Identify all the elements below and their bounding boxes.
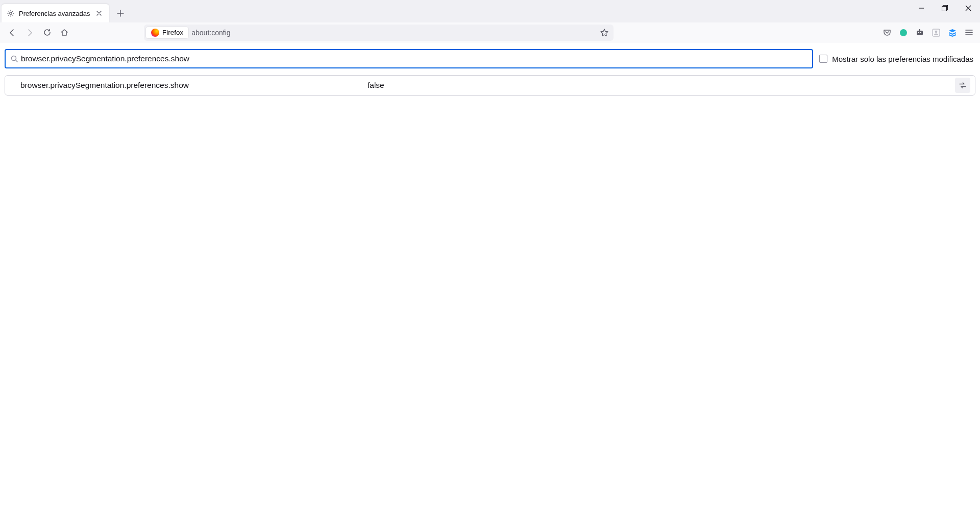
home-icon (60, 28, 69, 37)
tab-title: Preferencias avanzadas (19, 10, 90, 17)
svg-rect-7 (919, 29, 920, 31)
search-input[interactable] (21, 54, 809, 63)
gear-icon (7, 9, 15, 17)
extension-icon-green[interactable] (896, 26, 911, 40)
window-controls (910, 0, 980, 22)
reload-button[interactable] (39, 25, 55, 41)
home-button[interactable] (56, 25, 72, 41)
reload-icon (43, 28, 52, 37)
pocket-button[interactable] (880, 26, 894, 40)
tab-close-button[interactable] (94, 8, 104, 18)
minimize-button[interactable] (910, 0, 933, 16)
pref-value: false (368, 81, 955, 90)
nav-toolbar: Firefox about:config (0, 22, 980, 43)
toggle-arrows-icon (958, 81, 967, 90)
identity-label: Firefox (162, 29, 183, 36)
search-field-wrapper[interactable] (5, 49, 813, 68)
circle-green-icon (899, 28, 908, 37)
identity-box[interactable]: Firefox (146, 27, 188, 38)
account-button[interactable] (929, 26, 943, 40)
pref-table: browser.privacySegmentation.preferences.… (5, 75, 975, 96)
search-row: Mostrar solo las preferencias modificada… (5, 49, 975, 68)
extension-icon-robot[interactable] (913, 26, 927, 40)
pref-name: browser.privacySegmentation.preferences.… (20, 81, 368, 90)
star-icon (600, 28, 609, 37)
toggle-pref-button[interactable] (955, 78, 970, 93)
hamburger-icon (965, 28, 973, 37)
browser-tab[interactable]: Preferencias avanzadas (2, 4, 109, 22)
arrow-right-icon (25, 28, 34, 37)
close-icon (96, 10, 102, 16)
firefox-logo-icon (151, 29, 159, 37)
robot-icon (915, 28, 924, 37)
filter-label: Mostrar solo las preferencias modificada… (832, 55, 973, 63)
svg-rect-4 (917, 31, 923, 35)
bookmark-button[interactable] (597, 26, 611, 40)
pocket-icon (883, 28, 892, 37)
svg-point-0 (10, 12, 12, 14)
arrow-left-icon (8, 28, 17, 37)
app-menu-button[interactable] (962, 26, 976, 40)
maximize-button[interactable] (933, 0, 957, 16)
toolbar-right (880, 26, 976, 40)
plus-icon (117, 10, 124, 17)
svg-point-10 (12, 56, 16, 61)
aboutconfig-content: Mostrar solo las preferencias modificada… (0, 43, 980, 96)
svg-point-9 (935, 30, 938, 33)
svg-rect-2 (942, 7, 947, 11)
svg-rect-5 (918, 32, 919, 33)
forward-button[interactable] (21, 25, 38, 41)
show-modified-only-checkbox[interactable]: Mostrar solo las preferencias modificada… (819, 55, 975, 63)
search-icon (10, 55, 18, 63)
url-bar[interactable]: Firefox about:config (144, 25, 614, 41)
pref-row[interactable]: browser.privacySegmentation.preferences.… (5, 76, 975, 95)
extension-icon-blue[interactable] (945, 26, 960, 40)
person-icon (932, 28, 941, 37)
minimize-icon (918, 5, 924, 11)
maximize-icon (942, 5, 948, 11)
url-text: about:config (191, 29, 230, 37)
back-button[interactable] (4, 25, 20, 41)
new-tab-button[interactable] (112, 5, 129, 21)
layers-blue-icon (947, 28, 958, 38)
svg-point-3 (900, 29, 907, 36)
titlebar: Preferencias avanzadas (0, 0, 980, 22)
svg-rect-6 (920, 32, 921, 33)
close-icon (965, 5, 971, 11)
checkbox-box (819, 55, 827, 63)
close-window-button[interactable] (957, 0, 980, 16)
